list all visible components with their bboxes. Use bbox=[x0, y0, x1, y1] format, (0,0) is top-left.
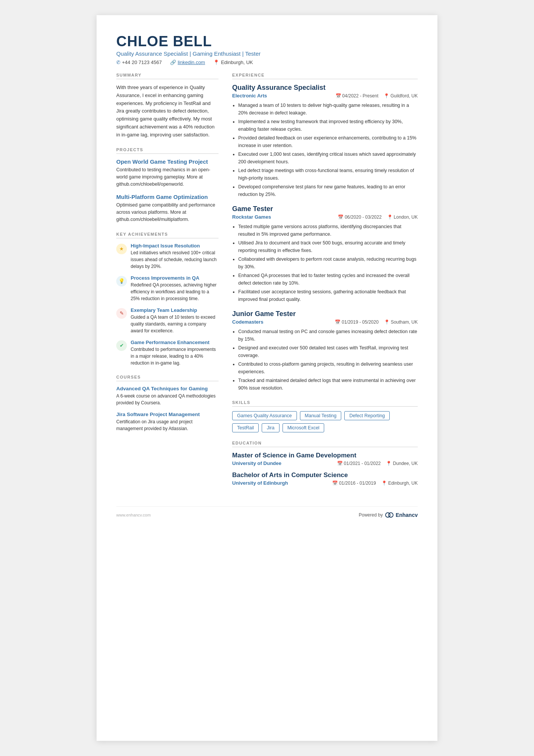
skill-tag-3: TestRail bbox=[232, 423, 259, 432]
edu-location-0: 📍 Dundee, UK bbox=[386, 461, 418, 466]
bullet-item: Facilitated user acceptance testing sess… bbox=[238, 288, 418, 303]
achievement-icon-0: ★ bbox=[116, 244, 127, 254]
achievement-title-0: High-Impact Issue Resolution bbox=[131, 243, 219, 249]
course-desc-0: A 6-week course on advanced QA methodolo… bbox=[116, 393, 219, 406]
job-item-0: Quality Assurance Specialist Electronic … bbox=[232, 84, 418, 198]
powered-by-text: Powered by bbox=[359, 512, 383, 518]
education-label: EDUCATION bbox=[232, 441, 418, 447]
job-dates-0: 📅 04/2022 - Present bbox=[336, 93, 378, 99]
skill-tag-4: Jira bbox=[262, 423, 279, 432]
job-company-2: Codemasters bbox=[232, 319, 263, 325]
candidate-title: Quality Assurance Specialist | Gaming En… bbox=[116, 50, 418, 57]
main-columns: SUMMARY With three years of experience i… bbox=[116, 73, 418, 491]
edu-meta-0: University of Dundee 📅 01/2021 - 01/2022… bbox=[232, 460, 418, 466]
project-item-0: Open World Game Testing Project Contribu… bbox=[116, 158, 219, 188]
edu-dates-0: 📅 01/2021 - 01/2022 bbox=[337, 461, 381, 466]
bullet-item: Utilised Jira to document and track over… bbox=[238, 239, 418, 254]
job-item-2: Junior Game Tester Codemasters 📅 01/2019… bbox=[232, 310, 418, 392]
bullet-item: Tracked and maintained detailed defect l… bbox=[238, 377, 418, 392]
bullet-item: Tested multiple game versions across pla… bbox=[238, 223, 418, 238]
achievement-title-2: Exemplary Team Leadership bbox=[131, 307, 219, 313]
job-company-0: Electronic Arts bbox=[232, 93, 267, 99]
bullet-item: Implemented a new testing framework that… bbox=[238, 118, 418, 133]
job-dates-loc-1: 📅 06/2020 - 03/2022 📍 London, UK bbox=[338, 214, 418, 220]
achievement-item-0: ★ High-Impact Issue Resolution Led initi… bbox=[116, 243, 219, 270]
skill-tag-1: Manual Testing bbox=[300, 411, 342, 420]
right-column: EXPERIENCE Quality Assurance Specialist … bbox=[232, 73, 418, 491]
edu-degree-0: Master of Science in Game Development bbox=[232, 452, 418, 459]
candidate-name: CHLOE BELL bbox=[116, 33, 418, 50]
skills-list: Games Quality AssuranceManual TestingDef… bbox=[232, 411, 418, 432]
job-company-1: Rockstar Games bbox=[232, 214, 271, 220]
job-meta-2: Codemasters 📅 01/2019 - 05/2020 📍 Southa… bbox=[232, 319, 418, 325]
phone-number: +44 20 7123 4567 bbox=[122, 59, 162, 65]
experience-list: Quality Assurance Specialist Electronic … bbox=[232, 84, 418, 392]
linkedin-icon: 🔗 bbox=[170, 59, 176, 65]
svg-point-1 bbox=[389, 513, 393, 517]
summary-text: With three years of experience in Qualit… bbox=[116, 84, 219, 139]
skill-tag-0: Games Quality Assurance bbox=[232, 411, 297, 420]
edu-item-1: Bachelor of Arts in Computer Science Uni… bbox=[232, 471, 418, 486]
brand-name: Enhancv bbox=[396, 512, 418, 518]
skills-label: SKILLS bbox=[232, 400, 418, 407]
achievement-icon-3: ✔ bbox=[116, 340, 127, 351]
education-list: Master of Science in Game Development Un… bbox=[232, 452, 418, 486]
linkedin-contact: 🔗 linkedin.com bbox=[170, 59, 205, 65]
bullet-item: Executed over 1,000 test cases, identify… bbox=[238, 150, 418, 166]
achievement-content-2: Exemplary Team Leadership Guided a QA te… bbox=[131, 307, 219, 334]
achievement-icon-2: ✎ bbox=[116, 308, 127, 319]
job-dates-loc-2: 📅 01/2019 - 05/2020 📍 Southam, UK bbox=[335, 319, 418, 325]
achievement-content-1: Process Improvements in QA Redefined QA … bbox=[131, 275, 219, 302]
bullet-item: Contributed to cross-platform gaming pro… bbox=[238, 360, 418, 376]
edu-degree-1: Bachelor of Arts in Computer Science bbox=[232, 471, 418, 479]
summary-label: SUMMARY bbox=[116, 73, 219, 79]
course-title-0: Advanced QA Techniques for Gaming bbox=[116, 386, 219, 391]
edu-location-1: 📍 Edinburgh, UK bbox=[381, 481, 418, 486]
achievement-title-3: Game Performance Enhancement bbox=[131, 340, 219, 345]
achievement-desc-1: Redefined QA processes, achieving higher… bbox=[131, 282, 219, 302]
job-bullets-2: Conducted manual testing on PC and conso… bbox=[238, 328, 418, 392]
courses-list: Advanced QA Techniques for Gaming A 6-we… bbox=[116, 386, 219, 432]
left-column: SUMMARY With three years of experience i… bbox=[116, 73, 219, 491]
bullet-item: Led defect triage meetings with cross-fu… bbox=[238, 167, 418, 182]
phone-contact: ✆ +44 20 7123 4567 bbox=[116, 59, 162, 65]
bullet-item: Provided detailed feedback on user exper… bbox=[238, 134, 418, 149]
location-icon: 📍 bbox=[213, 59, 219, 65]
page-footer: www.enhancv.com Powered by Enhancv bbox=[116, 506, 418, 518]
achievement-item-1: 💡 Process Improvements in QA Redefined Q… bbox=[116, 275, 219, 302]
projects-label: PROJECTS bbox=[116, 147, 219, 154]
job-bullets-0: Managed a team of 10 testers to deliver … bbox=[238, 102, 418, 198]
achievement-desc-3: Contributed to performance improvements … bbox=[131, 346, 219, 366]
job-meta-1: Rockstar Games 📅 06/2020 - 03/2022 📍 Lon… bbox=[232, 214, 418, 220]
bullet-item: Collaborated with developers to perform … bbox=[238, 255, 418, 271]
job-title-1: Game Tester bbox=[232, 205, 418, 213]
achievement-item-3: ✔ Game Performance Enhancement Contribut… bbox=[116, 340, 219, 366]
skill-tag-2: Defect Reporting bbox=[344, 411, 390, 420]
achievement-desc-2: Guided a QA team of 10 testers to exceed… bbox=[131, 314, 219, 334]
job-dates-1: 📅 06/2020 - 03/2022 bbox=[338, 214, 381, 220]
course-item-1: Jira Software Project Management Certifi… bbox=[116, 412, 219, 432]
edu-dates-loc-1: 📅 01/2016 - 01/2019 📍 Edinburgh, UK bbox=[332, 481, 418, 486]
course-title-1: Jira Software Project Management bbox=[116, 412, 219, 417]
footer-website: www.enhancv.com bbox=[116, 513, 151, 517]
linkedin-url[interactable]: linkedin.com bbox=[178, 59, 205, 65]
edu-dates-1: 📅 01/2016 - 01/2019 bbox=[332, 481, 376, 486]
job-bullets-1: Tested multiple game versions across pla… bbox=[238, 223, 418, 303]
course-desc-1: Certification on Jira usage and project … bbox=[116, 418, 219, 432]
job-location-0: 📍 Guildford, UK bbox=[384, 93, 418, 99]
experience-label: EXPERIENCE bbox=[232, 73, 418, 79]
bullet-item: Conducted manual testing on PC and conso… bbox=[238, 328, 418, 343]
bullet-item: Managed a team of 10 testers to deliver … bbox=[238, 102, 418, 117]
projects-list: Open World Game Testing Project Contribu… bbox=[116, 158, 219, 224]
project-title-1: Multi-Platform Game Optimization bbox=[116, 194, 219, 200]
achievement-title-1: Process Improvements in QA bbox=[131, 275, 219, 281]
achievement-item-2: ✎ Exemplary Team Leadership Guided a QA … bbox=[116, 307, 219, 334]
edu-meta-1: University of Edinburgh 📅 01/2016 - 01/2… bbox=[232, 480, 418, 486]
achievements-label: KEY ACHIEVEMENTS bbox=[116, 232, 219, 238]
course-item-0: Advanced QA Techniques for Gaming A 6-we… bbox=[116, 386, 219, 406]
achievements-list: ★ High-Impact Issue Resolution Led initi… bbox=[116, 243, 219, 366]
edu-school-1: University of Edinburgh bbox=[232, 480, 288, 486]
job-item-1: Game Tester Rockstar Games 📅 06/2020 - 0… bbox=[232, 205, 418, 303]
job-dates-2: 📅 01/2019 - 05/2020 bbox=[335, 319, 378, 325]
project-title-0: Open World Game Testing Project bbox=[116, 158, 219, 165]
